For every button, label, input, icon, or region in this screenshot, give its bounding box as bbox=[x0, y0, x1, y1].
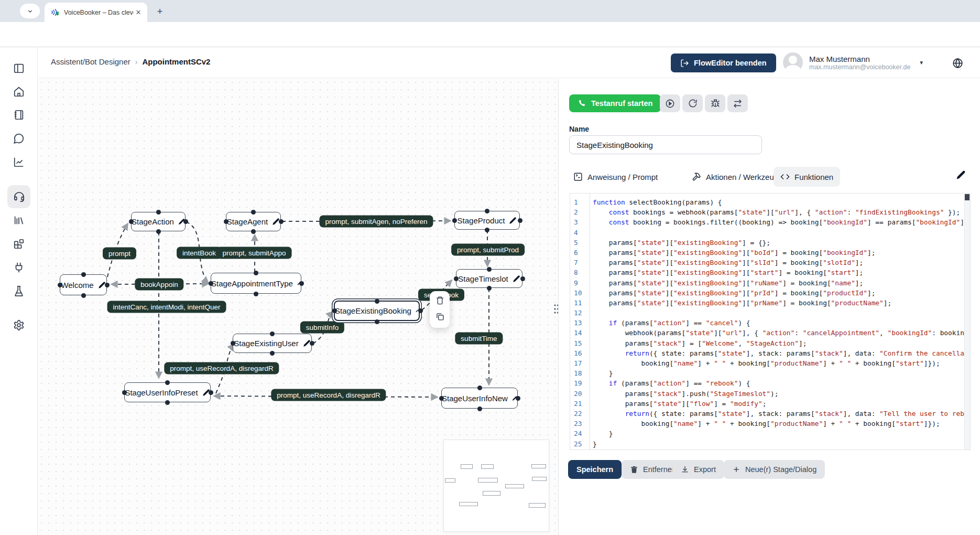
edge-label[interactable]: prompt, submitAppo bbox=[217, 247, 292, 259]
node-handle[interactable] bbox=[224, 219, 228, 224]
notebook-icon[interactable] bbox=[7, 103, 30, 126]
edge-label[interactable]: intentCanc, intentModi, intentQuer bbox=[107, 301, 226, 313]
node-handle[interactable] bbox=[251, 229, 256, 234]
node-handle[interactable] bbox=[254, 292, 258, 296]
language-globe-icon[interactable] bbox=[952, 58, 963, 71]
flow-node-StageExistingBooking[interactable]: StageExistingBooking bbox=[334, 301, 420, 321]
lab-flask-icon[interactable] bbox=[7, 280, 30, 303]
support-headset-icon[interactable] bbox=[7, 185, 30, 208]
node-handle[interactable] bbox=[375, 299, 379, 304]
node-handle[interactable] bbox=[270, 331, 275, 336]
node-handle[interactable] bbox=[487, 286, 492, 291]
node-handle[interactable] bbox=[231, 341, 235, 346]
code-line[interactable]: 13 if (params["action"] == "cancel") { bbox=[570, 318, 970, 328]
plug-icon[interactable] bbox=[7, 256, 30, 279]
tab-anweisung-prompt[interactable]: Anweisung / Prompt bbox=[567, 167, 665, 187]
node-handle[interactable] bbox=[81, 272, 86, 277]
code-line[interactable]: 3 const booking = bookings.filter((booki… bbox=[570, 217, 970, 227]
flow-node-StageTimeslot[interactable]: StageTimeslot bbox=[456, 269, 522, 288]
stage-name-input[interactable] bbox=[569, 135, 762, 154]
panel-left-icon[interactable] bbox=[7, 57, 30, 80]
analytics-icon[interactable] bbox=[7, 151, 30, 174]
flow-node-StageAppointmentType[interactable]: StageAppointmentType bbox=[211, 273, 301, 294]
node-handle[interactable] bbox=[156, 210, 161, 215]
edge-label[interactable]: intentBook bbox=[177, 247, 222, 259]
node-handle[interactable] bbox=[254, 271, 258, 275]
node-handle[interactable] bbox=[518, 218, 522, 223]
start-test-call-button[interactable]: Testanruf starten bbox=[569, 94, 661, 112]
node-handle[interactable] bbox=[485, 209, 489, 213]
node-handle[interactable] bbox=[452, 218, 457, 223]
code-line[interactable]: 17 booking["name"] + " " + booking["prod… bbox=[570, 358, 970, 368]
code-editor[interactable]: 1function selectBooking(params) {2 const… bbox=[570, 193, 971, 450]
exit-floweditor-button[interactable]: FlowEditor beenden bbox=[671, 54, 776, 72]
node-handle[interactable] bbox=[332, 308, 337, 313]
new-stage-dialog-button[interactable]: Neue(r) Stage/Dialog bbox=[724, 460, 825, 479]
editor-scrollbar-thumb[interactable] bbox=[965, 194, 970, 200]
node-handle[interactable] bbox=[310, 341, 314, 346]
node-handle[interactable] bbox=[454, 276, 459, 281]
node-handle[interactable] bbox=[487, 267, 492, 272]
code-line[interactable]: 1function selectBooking(params) { bbox=[570, 197, 970, 207]
new-tab-button[interactable]: + bbox=[153, 5, 167, 18]
node-handle[interactable] bbox=[477, 406, 482, 411]
code-line[interactable]: 14 webhook(params["state"]["url"], { "ac… bbox=[570, 328, 970, 338]
save-button[interactable]: Speichern bbox=[568, 460, 622, 479]
tab-close-icon[interactable]: ✕ bbox=[134, 8, 143, 17]
code-line[interactable]: 24 } bbox=[570, 429, 970, 438]
code-line[interactable]: 23 booking["name"] + " " + booking["prod… bbox=[570, 419, 970, 429]
reload-button[interactable] bbox=[682, 94, 703, 112]
code-line[interactable]: 19 if (params["action"] == "rebook") { bbox=[570, 378, 970, 388]
export-button[interactable]: Export bbox=[672, 460, 724, 479]
browser-tab[interactable]: VoiceBooker – Das clevere KI-g ✕ bbox=[45, 3, 147, 22]
duplicate-node-icon[interactable] bbox=[435, 312, 444, 323]
edge-label[interactable]: prompt, useRecordA, disregardR bbox=[271, 389, 386, 401]
edge-label[interactable]: submitInfo bbox=[300, 322, 344, 334]
user-menu[interactable]: Max Mustermann max.mustermann@voicebooke… bbox=[783, 52, 924, 72]
code-line[interactable]: 7 params["state"]["existingBooking"]["sl… bbox=[570, 258, 970, 268]
edge-label[interactable]: prompt, submitAgen, noPreferen bbox=[319, 216, 433, 228]
tab-funktionen[interactable]: Funktionen bbox=[774, 167, 840, 187]
flow-node-StageUserInfoNew[interactable]: StageUserInfoNew bbox=[441, 388, 518, 409]
node-handle[interactable] bbox=[105, 283, 110, 287]
home-icon[interactable] bbox=[7, 80, 30, 103]
flow-node-StageProduct[interactable]: StageProduct bbox=[454, 211, 520, 230]
code-line[interactable]: 16 return({ state: params["state"], stac… bbox=[570, 348, 970, 358]
code-line[interactable]: 10 params["state"]["existingBooking"]["p… bbox=[570, 288, 970, 298]
code-line[interactable]: 9 params["state"]["existingBooking"]["ru… bbox=[570, 278, 970, 288]
delete-node-icon[interactable] bbox=[435, 296, 444, 307]
node-handle[interactable] bbox=[122, 390, 127, 395]
node-handle[interactable] bbox=[165, 380, 170, 385]
code-line[interactable]: 22 return({ state: params["state"], stac… bbox=[570, 409, 970, 419]
code-line[interactable]: 15 params["stack"] = ["Welcome", "StageA… bbox=[570, 338, 970, 348]
blocks-icon[interactable] bbox=[7, 232, 30, 255]
node-handle[interactable] bbox=[477, 386, 482, 390]
editor-scrollbar-track[interactable] bbox=[964, 194, 970, 450]
code-line[interactable]: 21 params["state"]["flow"] = "modify"; bbox=[570, 399, 970, 409]
code-line[interactable]: 11 params["state"]["existingBooking"]["p… bbox=[570, 298, 970, 308]
debug-bug-button[interactable] bbox=[705, 94, 725, 112]
node-handle[interactable] bbox=[251, 210, 256, 215]
flow-node-StageExistingUser[interactable]: StageExistingUser bbox=[233, 334, 312, 353]
node-handle[interactable] bbox=[156, 229, 161, 234]
code-line[interactable]: 5 params["state"]["existingBooking"] = {… bbox=[570, 238, 970, 248]
code-line[interactable]: 20 params["stack"].push("StageTimeslot")… bbox=[570, 389, 970, 399]
code-line[interactable]: 6 params["state"]["existingBooking"]["bo… bbox=[570, 248, 970, 258]
code-line[interactable]: 25} bbox=[570, 439, 970, 449]
node-handle[interactable] bbox=[439, 396, 444, 401]
edit-pencil-icon[interactable] bbox=[956, 170, 966, 182]
code-line[interactable]: 4 bbox=[570, 228, 970, 238]
node-handle[interactable] bbox=[516, 396, 520, 401]
edge-label[interactable]: prompt, useRecordA, disregardR bbox=[164, 362, 279, 374]
code-line[interactable]: 12 bbox=[570, 308, 970, 318]
node-handle[interactable] bbox=[183, 219, 188, 224]
panel-resize-grip[interactable] bbox=[553, 303, 559, 317]
breadcrumb-parent[interactable]: Assistent/Bot Designer bbox=[51, 57, 130, 66]
node-handle[interactable] bbox=[81, 293, 86, 298]
code-line[interactable]: 2 const bookings = webhook(params["state… bbox=[570, 207, 970, 217]
flow-node-StageAgent[interactable]: StageAgent bbox=[226, 212, 281, 231]
node-handle[interactable] bbox=[58, 283, 62, 287]
node-handle[interactable] bbox=[209, 281, 213, 286]
tab-search-chevron-icon[interactable] bbox=[20, 4, 40, 18]
flow-node-Welcome[interactable]: Welcome bbox=[60, 274, 107, 295]
